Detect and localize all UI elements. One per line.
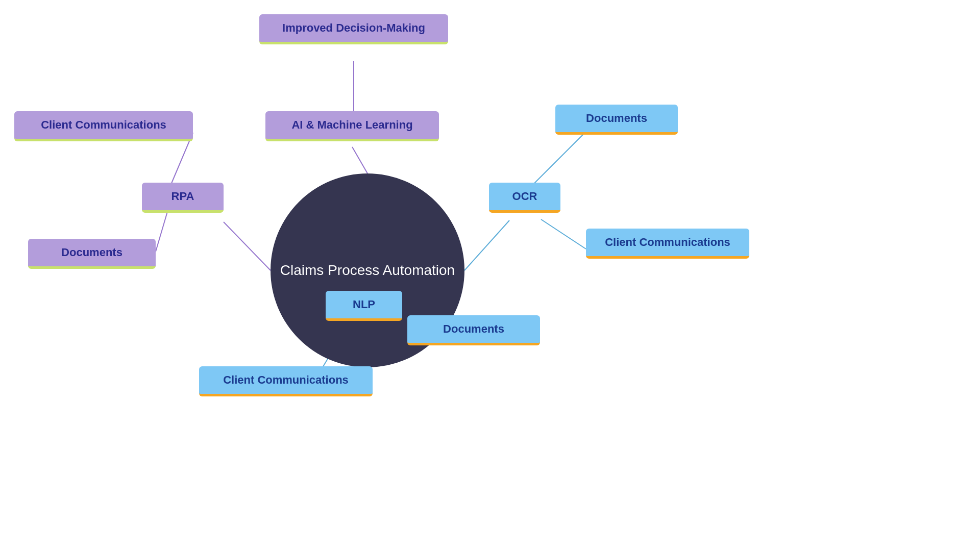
node-ocr[interactable]: OCR [489,183,560,213]
node-documents-left[interactable]: Documents [28,239,156,269]
node-documents-ocr-label: Documents [586,112,647,125]
svg-line-7 [541,219,586,249]
node-client-comm-ocr-label: Client Communications [605,236,730,249]
node-documents-nlp-label: Documents [443,322,504,336]
node-client-comm-nlp-label: Client Communications [223,373,349,387]
node-rpa-label: RPA [172,190,194,203]
node-documents-nlp[interactable]: Documents [407,315,540,345]
node-ai-ml[interactable]: AI & Machine Learning [265,111,439,141]
node-improved-decision-label: Improved Decision-Making [282,21,425,35]
node-improved-decision[interactable]: Improved Decision-Making [259,14,448,44]
node-ocr-label: OCR [512,190,537,203]
mind-map-diagram: Claims Process Automation AI & Machine L… [0,0,980,551]
node-nlp[interactable]: NLP [326,291,402,321]
center-label: Claims Process Automation [280,262,455,279]
svg-line-5 [464,220,509,270]
svg-line-0 [352,147,368,173]
svg-line-4 [156,212,167,252]
node-nlp-label: NLP [353,298,375,311]
node-rpa[interactable]: RPA [142,183,224,213]
node-client-comm-nlp[interactable]: Client Communications [199,366,373,396]
node-client-comm-left-label: Client Communications [41,118,166,132]
svg-line-2 [224,222,271,270]
node-ai-ml-label: AI & Machine Learning [291,118,412,132]
node-client-comm-left[interactable]: Client Communications [14,111,193,141]
node-client-comm-ocr[interactable]: Client Communications [586,229,749,259]
node-documents-left-label: Documents [61,246,122,259]
node-documents-ocr[interactable]: Documents [555,105,678,135]
